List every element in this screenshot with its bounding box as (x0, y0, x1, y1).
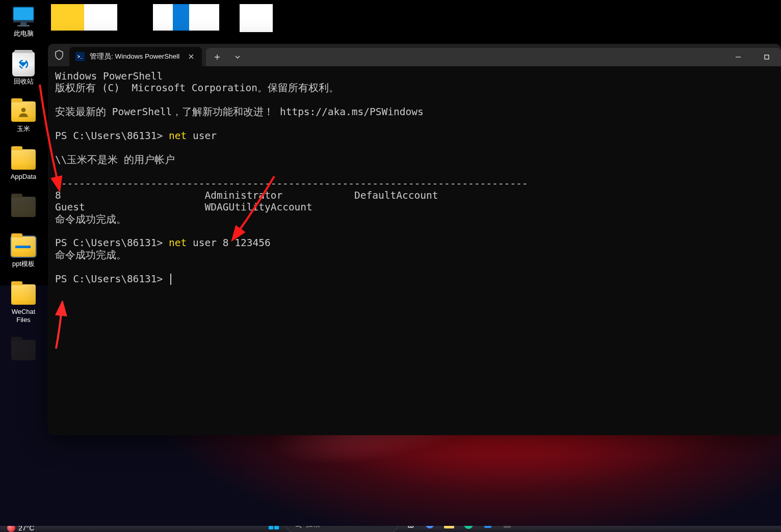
folder-icon (11, 282, 36, 307)
new-tab-button[interactable] (208, 50, 226, 64)
divider: ----------------------------------------… (55, 178, 528, 190)
thumb-white[interactable] (240, 4, 273, 32)
cmd-arg-user: user (193, 130, 217, 142)
svg-point-5 (21, 108, 26, 113)
svg-rect-16 (504, 526, 511, 528)
explorer-button[interactable] (442, 526, 456, 531)
svg-rect-7 (765, 55, 769, 59)
tab-toolbar (206, 48, 781, 66)
window-controls (724, 48, 781, 66)
icon-recycle-bin[interactable]: 回收站 (4, 52, 43, 86)
svg-point-14 (464, 526, 473, 529)
icon-label: ppt模板 (12, 260, 35, 268)
ps-install-a: 安装最新的 (55, 106, 112, 118)
powershell-icon: >_ (75, 52, 85, 61)
thumb-yellow[interactable] (51, 4, 117, 31)
icon-label: AppData (11, 173, 37, 181)
taskbar-weather[interactable]: 27°C (7, 526, 34, 532)
icon-label: 回收站 (14, 77, 34, 86)
minimize-button[interactable] (724, 48, 752, 66)
search-icon (294, 526, 302, 528)
taskbar[interactable]: 27°C 搜索 ⊞ (0, 526, 781, 532)
ps-install-c: ，了解新功能和改进！ (172, 106, 274, 118)
weather-icon (7, 526, 15, 532)
terminal-content[interactable]: Windows PowerShell 版权所有 (C) Microsoft Co… (48, 66, 781, 435)
svg-rect-6 (15, 246, 31, 248)
terminal-cursor (170, 274, 171, 285)
search-placeholder: 搜索 (306, 526, 320, 529)
ps-header-line1: Windows PowerShell (55, 70, 163, 82)
prompt-3: PS C:\Users\86131> (55, 273, 169, 285)
store-button[interactable] (481, 526, 495, 531)
app-button[interactable] (500, 526, 514, 531)
taskbar-center: 搜索 ⊞ (267, 526, 514, 532)
ps-copyright-c: 。保留所有权利。 (257, 82, 339, 94)
start-button[interactable] (267, 526, 281, 531)
success-2: 命令成功完成。 (55, 249, 126, 261)
taskview-button[interactable]: ⊞ (403, 526, 418, 531)
edge-button[interactable] (461, 526, 476, 531)
top-thumbnails (51, 4, 273, 32)
cmd-net-2: net (169, 237, 193, 249)
icon-wechat-files[interactable]: WeChat Files (4, 282, 43, 324)
folder-person-icon (11, 99, 36, 124)
folder-icon (11, 147, 36, 172)
ps-install-url: https://aka.ms/PSWindows (280, 106, 424, 118)
ps-copyright-b: Microsoft Corporation (132, 82, 257, 94)
svg-rect-3 (17, 25, 30, 26)
icon-appdata[interactable]: AppData (4, 147, 43, 181)
icon-label: 玉米 (17, 125, 30, 133)
shield-icon (52, 48, 66, 62)
terminal-window: >_ 管理员: Windows PowerShell (48, 44, 781, 435)
icon-label: WeChat Files (4, 308, 43, 324)
cmd-net-1: net (169, 130, 193, 142)
tab-title: 管理员: Windows PowerShell (90, 52, 180, 61)
svg-rect-1 (13, 20, 34, 22)
user-defaultaccount: DefaultAccount (354, 190, 438, 201)
user-guest: Guest (55, 201, 85, 213)
desktop-icons-column: 此电脑 回收站 (4, 4, 43, 363)
cmd2-arg-values: 8 123456 (223, 237, 271, 249)
svg-rect-11 (274, 526, 279, 529)
folder-icon (11, 234, 36, 259)
bin-icon (11, 52, 36, 76)
user-administrator: Administrator (205, 190, 283, 201)
prompt-1: PS C:\Users\86131> (55, 130, 169, 142)
icon-dim-folder[interactable] (4, 195, 43, 220)
user-8: 8 (55, 190, 61, 201)
accounts-header: \\玉米不是米 的用户帐户 (55, 154, 175, 166)
icon-label: 此电脑 (14, 30, 34, 38)
folder-icon (11, 338, 36, 362)
titlebar[interactable]: >_ 管理员: Windows PowerShell (48, 44, 781, 66)
svg-rect-2 (20, 22, 27, 25)
maximize-button[interactable] (752, 48, 781, 66)
ps-copyright-a: 版权所有 (C) (55, 82, 132, 94)
user-wdag: WDAGUtilityAccount (205, 201, 313, 213)
tab-close-button[interactable] (186, 51, 197, 62)
desktop: 此电脑 回收站 (0, 0, 781, 532)
svg-point-13 (426, 526, 434, 528)
tab-dropdown-button[interactable] (228, 50, 247, 64)
folder-icon (11, 195, 36, 219)
tab-powershell[interactable]: >_ 管理员: Windows PowerShell (69, 47, 202, 66)
ps-install-b: PowerShell (112, 106, 172, 118)
thumb-blue[interactable] (153, 4, 219, 31)
icon-this-pc[interactable]: 此电脑 (4, 4, 43, 38)
svg-rect-0 (13, 7, 34, 20)
cmd2-arg-user: user (193, 237, 223, 249)
temperature-label: 27°C (18, 526, 34, 532)
icon-dim-folder-2[interactable] (4, 338, 43, 363)
icon-user-folder[interactable]: 玉米 (4, 99, 43, 133)
monitor-icon (11, 4, 36, 29)
svg-rect-15 (484, 526, 491, 528)
success-1: 命令成功完成。 (55, 214, 126, 225)
icon-ppt-templates[interactable]: ppt模板 (4, 234, 43, 268)
svg-rect-10 (269, 526, 273, 529)
copilot-button[interactable] (423, 526, 437, 531)
prompt-2: PS C:\Users\86131> (55, 237, 169, 249)
taskbar-search[interactable]: 搜索 (286, 526, 398, 532)
